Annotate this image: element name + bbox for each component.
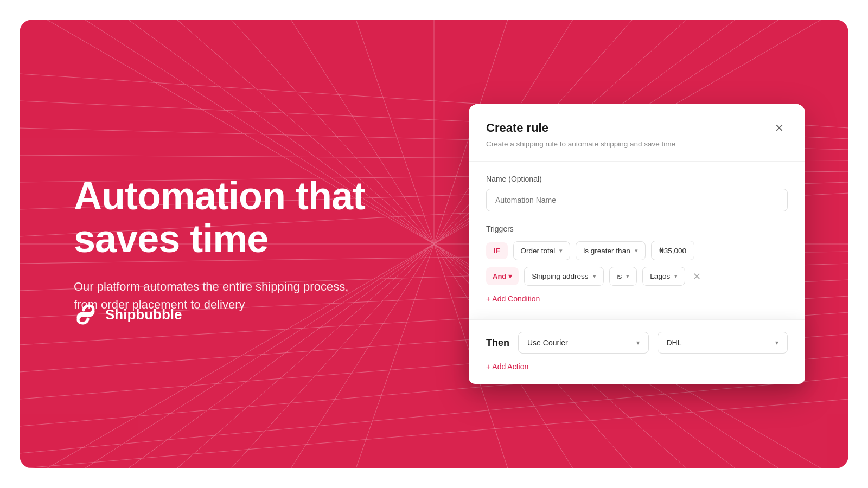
close-button[interactable]: ✕ xyxy=(770,119,788,137)
trigger-field1-dropdown[interactable]: Order total ▾ xyxy=(513,241,571,260)
trigger-condition1-dropdown[interactable]: is greater than ▾ xyxy=(576,241,645,260)
if-tag: IF xyxy=(486,242,508,259)
chevron-down-icon: ▾ xyxy=(593,273,596,280)
then-row: Then Use Courier ▾ DHL ▾ xyxy=(486,332,788,354)
and-dropdown[interactable]: And ▾ xyxy=(486,267,519,285)
right-content: Create rule ✕ Create a shipping rule to … xyxy=(469,104,805,384)
modal-body: Name (Optional) Triggers IF Order total … xyxy=(469,162,805,320)
logo-text: Shipbubble xyxy=(105,306,182,323)
trigger-value2-dropdown[interactable]: Lagos ▾ xyxy=(642,267,685,286)
trigger-field2-dropdown[interactable]: Shipping address ▾ xyxy=(524,267,603,286)
chevron-down-icon: ▾ xyxy=(508,272,512,280)
automation-name-input[interactable] xyxy=(486,189,788,211)
svg-line-15 xyxy=(20,377,848,453)
then-label: Then xyxy=(486,337,509,349)
triggers-label: Triggers xyxy=(486,224,788,233)
main-card: Automation that saves time Our platform … xyxy=(20,20,848,468)
then-section: Then Use Courier ▾ DHL ▾ + Add Actio xyxy=(469,319,805,384)
add-action-button[interactable]: + Add Action xyxy=(486,362,528,371)
chevron-down-icon: ▾ xyxy=(559,247,563,254)
shipbubble-logo-icon xyxy=(74,303,98,326)
logo: Shipbubble xyxy=(74,303,182,326)
svg-line-16 xyxy=(20,399,848,468)
if-trigger-row: IF Order total ▾ is greater than ▾ ₦35,0… xyxy=(486,241,788,260)
then-action-dropdown[interactable]: Use Courier ▾ xyxy=(518,332,649,354)
chevron-down-icon: ▾ xyxy=(775,339,778,346)
then-section-wrapper: Then Use Courier ▾ DHL ▾ + Add Actio xyxy=(469,319,805,384)
name-field-label: Name (Optional) xyxy=(486,175,788,183)
and-trigger-row: And ▾ Shipping address ▾ is ▾ Lagos xyxy=(486,267,788,286)
left-content: Automation that saves time Our platform … xyxy=(20,131,469,357)
modal-title: Create rule xyxy=(486,121,548,135)
then-value-dropdown[interactable]: DHL ▾ xyxy=(658,332,788,354)
modal-subtitle: Create a shipping rule to automate shipp… xyxy=(486,140,788,148)
main-heading: Automation that saves time xyxy=(74,175,425,260)
chevron-down-icon: ▾ xyxy=(674,273,678,280)
chevron-down-icon: ▾ xyxy=(635,247,638,254)
trigger-value1: ₦35,000 xyxy=(651,241,694,260)
trigger-condition2-dropdown[interactable]: is ▾ xyxy=(609,267,637,286)
remove-condition-button[interactable]: ✕ xyxy=(691,268,703,285)
modal-container: Create rule ✕ Create a shipping rule to … xyxy=(469,104,805,384)
modal-header: Create rule ✕ Create a shipping rule to … xyxy=(469,104,805,162)
chevron-down-icon: ▾ xyxy=(626,273,629,280)
chevron-down-icon: ▾ xyxy=(636,339,640,346)
add-condition-button[interactable]: + Add Condition xyxy=(486,292,540,305)
